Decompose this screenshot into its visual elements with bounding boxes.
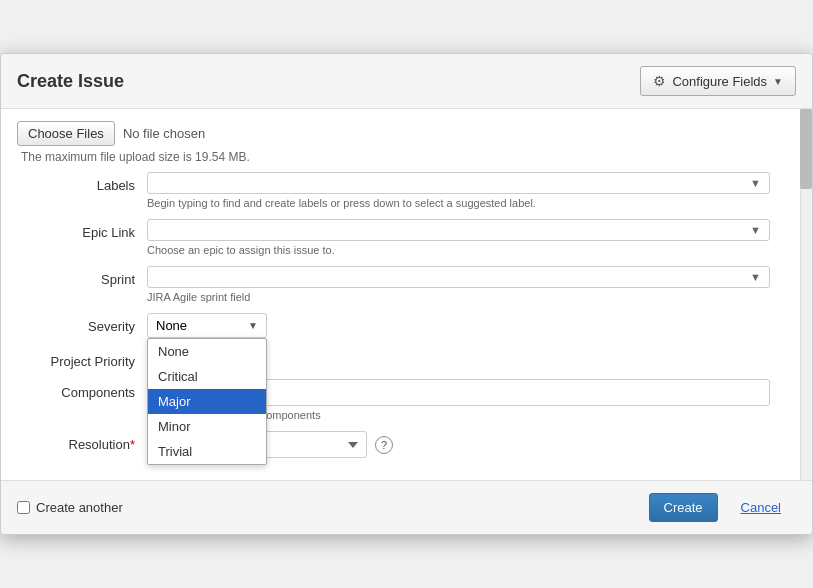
labels-arrow-icon: ▼ [750,177,761,189]
epic-link-row: Epic Link ▼ Choose an epic to assign thi… [17,219,770,256]
create-another-checkbox-row: Create another [17,500,123,515]
epic-link-control: ▼ Choose an epic to assign this issue to… [147,219,770,256]
sprint-arrow-icon: ▼ [750,271,761,283]
dialog-body: Choose Files No file chosen The maximum … [1,109,812,480]
resolution-help-icon[interactable]: ? [375,436,393,454]
sprint-row: Sprint ▼ JIRA Agile sprint field [17,266,770,303]
scrollbar-thumb[interactable] [800,109,812,189]
create-another-label[interactable]: Create another [36,500,123,515]
severity-control: None ▼ None Critical Major Minor Trivial [147,313,770,338]
epic-link-label: Epic Link [17,219,147,240]
severity-value: None [156,318,244,333]
severity-select[interactable]: None ▼ [147,313,267,338]
severity-arrow-icon: ▼ [248,320,258,331]
severity-dropdown-popup: None Critical Major Minor Trivial [147,338,267,465]
configure-fields-button[interactable]: ⚙ Configure Fields ▼ [640,66,796,96]
file-hint: The maximum file upload size is 19.54 MB… [21,150,770,164]
severity-option-minor[interactable]: Minor [148,414,266,439]
components-label: Components [17,379,147,400]
form-area: Choose Files No file chosen The maximum … [1,109,800,480]
file-row: Choose Files No file chosen [17,121,770,146]
labels-control: ▼ Begin typing to find and create labels… [147,172,770,209]
create-issue-dialog: Create Issue ⚙ Configure Fields ▼ Choose… [0,53,813,535]
choose-files-button[interactable]: Choose Files [17,121,115,146]
sprint-control: ▼ JIRA Agile sprint field [147,266,770,303]
sprint-hint: JIRA Agile sprint field [147,291,770,303]
dialog-footer: Create another Create Cancel [1,480,812,534]
create-another-checkbox[interactable] [17,501,30,514]
labels-label: Labels [17,172,147,193]
resolution-row: Resolution* Unresolved Fixed Won't Fix D… [17,431,770,458]
severity-option-critical[interactable]: Critical [148,364,266,389]
components-row: Components Displays a text field for com… [17,379,770,421]
dialog-header: Create Issue ⚙ Configure Fields ▼ [1,54,812,109]
epic-link-arrow-icon: ▼ [750,224,761,236]
project-priority-label: Project Priority [17,348,147,369]
resolution-required-marker: * [130,437,135,452]
chevron-down-icon: ▼ [773,76,783,87]
epic-link-hint: Choose an epic to assign this issue to. [147,244,770,256]
severity-row: Severity None ▼ None Critical Major Mino… [17,313,770,338]
dialog-title: Create Issue [17,71,124,92]
sprint-label: Sprint [17,266,147,287]
labels-hint: Begin typing to find and create labels o… [147,197,770,209]
severity-option-major[interactable]: Major [148,389,266,414]
gear-icon: ⚙ [653,73,666,89]
scrollbar-track[interactable] [800,109,812,480]
epic-link-select[interactable]: ▼ [147,219,770,241]
no-file-text: No file chosen [123,126,205,141]
project-priority-row: Project Priority [17,348,770,369]
severity-option-trivial[interactable]: Trivial [148,439,266,464]
severity-label: Severity [17,313,147,334]
sprint-select[interactable]: ▼ [147,266,770,288]
severity-option-none[interactable]: None [148,339,266,364]
labels-row: Labels ▼ Begin typing to find and create… [17,172,770,209]
create-button[interactable]: Create [649,493,718,522]
severity-container: None ▼ None Critical Major Minor Trivial [147,313,770,338]
configure-fields-label: Configure Fields [672,74,767,89]
resolution-label: Resolution* [17,431,147,452]
cancel-button[interactable]: Cancel [726,493,796,522]
file-upload-section: Choose Files No file chosen The maximum … [17,121,770,164]
labels-select[interactable]: ▼ [147,172,770,194]
